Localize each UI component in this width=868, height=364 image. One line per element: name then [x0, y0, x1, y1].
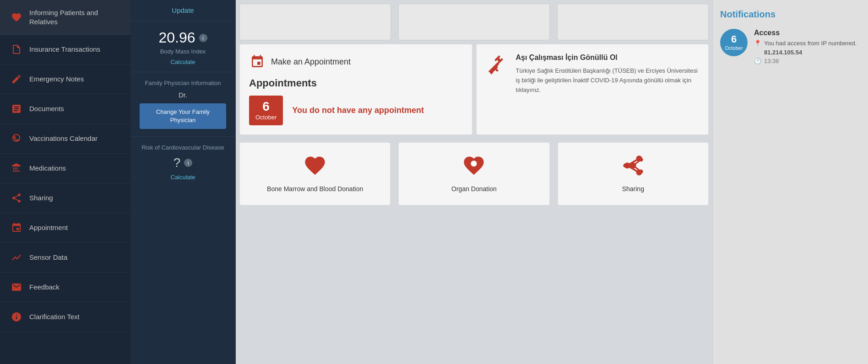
syringe-icon	[486, 54, 509, 125]
top-card-3	[557, 4, 709, 40]
cvd-value-text: ?	[174, 155, 181, 170]
cardiovascular-section: Risk of Cardiovascular Disease ? i Calcu…	[130, 137, 235, 188]
sidebar-label-insurance: Insurance Transactions	[29, 45, 100, 54]
heart-info-icon	[10, 11, 23, 24]
notif-detail-text: 📍 You had access from IP numbered. 81.21…	[754, 39, 857, 57]
sidebar-label-sharing: Sharing	[29, 193, 53, 203]
svg-rect-0	[313, 160, 317, 171]
notif-detail-content: You had access from IP numbered. 81.214.…	[764, 39, 857, 57]
sidebar-label-feedback: Feedback	[29, 283, 60, 292]
clarification-icon	[10, 310, 23, 323]
notifications-title: Notifications	[720, 9, 861, 20]
bmi-value-row: 20.96 i	[140, 29, 226, 46]
bmi-label: Body Mass Index	[140, 48, 226, 55]
sharing-bottom-card[interactable]: Sharing	[558, 142, 709, 205]
sidebar-label-documents: Documents	[29, 104, 64, 113]
sidebar-item-clarification[interactable]: Clarification Text	[0, 302, 130, 332]
feedback-icon	[10, 281, 23, 294]
medications-icon	[10, 162, 23, 175]
sidebar-item-sensor[interactable]: Sensor Data	[0, 243, 130, 273]
change-fp-button[interactable]: Change Your Family Physician	[140, 103, 226, 129]
bmi-number: 20.96	[158, 29, 195, 46]
main-content: Make an Appointment Appointments 6 Octob…	[236, 0, 712, 364]
insurance-icon	[10, 43, 23, 56]
bmi-section: 20.96 i Body Mass Index Calculate	[130, 21, 235, 72]
bone-marrow-card[interactable]: Bone Marrow and Blood Donation	[239, 142, 391, 205]
organ-donation-label: Organ Donation	[451, 185, 497, 194]
update-button[interactable]: Update	[130, 0, 235, 21]
make-appointment-calendar-icon	[249, 54, 266, 70]
bone-marrow-label: Bone Marrow and Blood Donation	[267, 185, 363, 194]
sidebar-label-sensor: Sensor Data	[29, 253, 67, 262]
sidebar-label-vaccinations: Vaccinations Calendar	[29, 134, 98, 143]
cvd-value-row: ? i	[140, 155, 226, 170]
appointment-date-badge: 6 October	[249, 96, 283, 125]
sidebar-item-feedback[interactable]: Feedback	[0, 273, 130, 302]
organ-donation-card[interactable]: Organ Donation	[398, 142, 549, 205]
sensor-icon	[10, 251, 23, 264]
top-card-1	[239, 4, 391, 40]
sidebar-item-medications[interactable]: Medications	[0, 154, 130, 183]
sidebar-item-informing[interactable]: Informing Patients and Relatives	[0, 0, 130, 35]
bone-marrow-icon	[303, 154, 327, 179]
appointment-body: 6 October You do not have any appointmen…	[249, 96, 463, 125]
notif-time: 🕐 13:38	[754, 58, 857, 64]
sidebar-label-emergency: Emergency Notes	[29, 75, 84, 84]
vaccinations-icon	[10, 132, 23, 145]
notif-type-label: Access	[754, 29, 857, 37]
bmi-calculate-link[interactable]: Calculate	[140, 59, 226, 65]
sidebar-label-medications: Medications	[29, 164, 66, 173]
notification-avatar: 6 October	[720, 29, 748, 56]
bmi-info-icon[interactable]: i	[199, 34, 207, 42]
sharing-bottom-label: Sharing	[622, 185, 644, 194]
sidebar-label-informing: Informing Patients and Relatives	[29, 8, 120, 26]
mid-cards-row: Make an Appointment Appointments 6 Octob…	[236, 44, 712, 135]
divider-1	[394, 146, 395, 202]
location-icon: 📍	[754, 39, 761, 48]
volunteer-text: Türkiye Sağlık Enstitüleri Başkanlığı (T…	[516, 66, 700, 95]
notif-avatar-day: 6	[731, 34, 737, 44]
family-physician-section: Family Physician Information Dr. Change …	[130, 72, 235, 137]
documents-icon	[10, 102, 23, 115]
cvd-title: Risk of Cardiovascular Disease	[140, 144, 226, 151]
sidebar-item-emergency[interactable]: Emergency Notes	[0, 64, 130, 94]
appointment-month: October	[255, 114, 277, 121]
sharing-icon	[10, 192, 23, 204]
bottom-cards-row: Bone Marrow and Blood Donation Organ Don…	[236, 139, 712, 209]
sharing-bottom-icon	[621, 154, 645, 179]
middle-panel: Update 20.96 i Body Mass Index Calculate…	[130, 0, 236, 364]
sidebar-item-insurance[interactable]: Insurance Transactions	[0, 35, 130, 64]
fp-dr-label: Dr.	[140, 91, 226, 99]
divider-2	[553, 146, 554, 202]
notification-content: Access 📍 You had access from IP numbered…	[754, 29, 857, 64]
sidebar-item-vaccinations[interactable]: Vaccinations Calendar	[0, 124, 130, 154]
make-appointment-label[interactable]: Make an Appointment	[271, 57, 351, 67]
appointment-header: Make an Appointment	[249, 54, 463, 70]
clock-icon: 🕐	[754, 58, 761, 64]
no-appointment-text: You do not have any appointment	[292, 105, 424, 116]
sidebar-item-documents[interactable]: Documents	[0, 94, 130, 124]
volunteer-card[interactable]: Aşı Çalışması İçin Gönüllü Ol Türkiye Sa…	[476, 44, 709, 135]
appointments-section-title: Appointments	[249, 77, 463, 89]
fp-section-title: Family Physician Information	[140, 80, 226, 86]
sidebar: Informing Patients and Relatives Insuran…	[0, 0, 130, 364]
emergency-icon	[10, 73, 23, 86]
sidebar-label-clarification: Clarification Text	[29, 312, 80, 321]
appointment-card: Make an Appointment Appointments 6 Octob…	[239, 44, 472, 135]
notification-item-access: 6 October Access 📍 You had access from I…	[720, 29, 861, 64]
appointment-day: 6	[255, 100, 277, 113]
sidebar-label-appointment: Appointment	[29, 223, 68, 232]
notif-avatar-month: October	[725, 45, 743, 51]
notifications-panel: Notifications 6 October Access 📍 You had…	[712, 0, 868, 364]
organ-donation-icon	[462, 154, 486, 179]
top-card-2	[398, 4, 550, 40]
sidebar-item-appointment[interactable]: Appointment	[0, 213, 130, 243]
cvd-calculate-link[interactable]: Calculate	[140, 174, 226, 181]
volunteer-content: Aşı Çalışması İçin Gönüllü Ol Türkiye Sa…	[516, 54, 700, 125]
cvd-info-icon[interactable]: i	[184, 159, 192, 167]
appointment-icon	[10, 221, 23, 234]
volunteer-title: Aşı Çalışması İçin Gönüllü Ol	[516, 54, 700, 62]
top-cards-row	[236, 0, 712, 44]
sidebar-item-sharing[interactable]: Sharing	[0, 183, 130, 213]
